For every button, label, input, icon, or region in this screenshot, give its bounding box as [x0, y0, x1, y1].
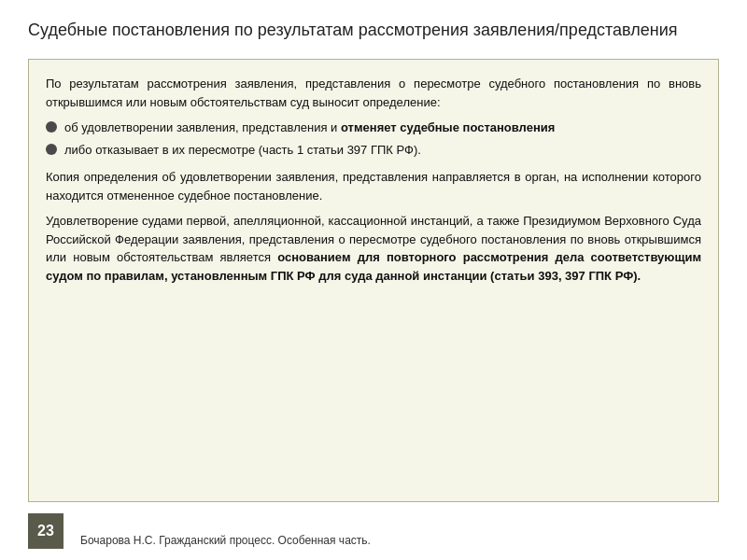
bullet-icon	[46, 121, 57, 133]
paragraph-3: Удовлетворение судами первой, апелляцион…	[46, 212, 701, 285]
list-item: об удовлетворении заявления, представлен…	[46, 119, 701, 137]
page-number: 23	[28, 513, 63, 549]
page: Судебные постановления по результатам ра…	[0, 0, 747, 560]
bullet-list: об удовлетворении заявления, представлен…	[46, 119, 701, 159]
paragraph-2: Копия определения об удовлетворении заяв…	[46, 168, 701, 204]
page-title: Судебные постановления по результатам ра…	[28, 19, 719, 42]
content-box: По результатам рассмотрения заявления, п…	[28, 59, 719, 502]
footer: 23 Бочарова Н.С. Гражданский процесс. Ос…	[28, 502, 719, 560]
bullet-item-2-text: либо отказывает в их пересмотре (часть 1…	[64, 141, 421, 160]
bullet-icon	[46, 144, 57, 155]
intro-paragraph: По результатам рассмотрения заявления, п…	[46, 75, 701, 111]
bullet-item-1-text: об удовлетворении заявления, представлен…	[64, 119, 555, 137]
list-item: либо отказывает в их пересмотре (часть 1…	[46, 141, 701, 160]
footer-author: Бочарова Н.С. Гражданский процесс. Особе…	[80, 533, 371, 549]
